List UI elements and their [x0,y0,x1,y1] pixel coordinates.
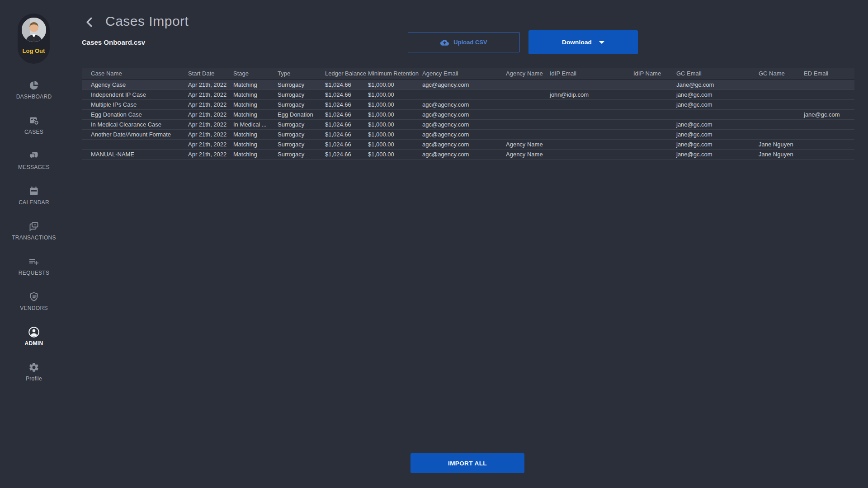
table-cell [504,80,547,89]
table-cell [756,99,802,109]
table-cell: jane@gc.com [674,139,756,149]
sidebar-item-transactions[interactable]: TRANSACTIONS [0,221,68,256]
table-cell [631,149,674,159]
table-header-row: Case NameStart DateStageTypeLedger Balan… [82,68,854,80]
download-label: Download [562,39,592,46]
user-pill[interactable]: Log Out [18,14,50,64]
table-cell: $1,000.00 [366,80,420,89]
column-header: Start Date [186,68,231,80]
table-cell [631,99,674,109]
table-cell: Apr 21th, 2022 [186,109,231,119]
table-cell: Matching [231,99,275,109]
table-cell [756,109,802,119]
column-header: GC Email [674,68,756,80]
table-cell: Surrogacy [275,89,323,99]
table-cell [802,149,854,159]
back-button[interactable] [83,15,96,29]
table-row[interactable]: Multiple IPs CaseApr 21th, 2022MatchingS… [82,99,854,109]
list-add-icon [28,256,39,267]
table-cell: Jane Nguyen [756,149,802,159]
table-cell [802,89,854,99]
sidebar: Log Out DASHBOARDCASESMESSAGESCALENDARTR… [0,0,68,488]
table-cell [631,139,674,149]
download-button[interactable]: Download [528,30,638,54]
table-cell [631,119,674,129]
table-row[interactable]: Egg Donation CaseApr 21th, 2022MatchingE… [82,109,854,119]
import-all-button[interactable]: IMPORT ALL [410,453,524,473]
table-cell: $1,024.66 [323,99,366,109]
table-row[interactable]: Apr 21th, 2022MatchingSurrogacy$1,024.66… [82,139,854,149]
table-cell [631,129,674,139]
sidebar-item-label: CALENDAR [19,199,49,206]
chat-bubbles-icon [28,150,39,162]
sidebar-item-label: DASHBOARD [16,94,52,100]
import-table: Case NameStart DateStageTypeLedger Balan… [82,68,854,160]
table-cell: In Medical ... [231,119,275,129]
table-cell [756,119,802,129]
caret-down-icon [599,41,604,44]
table-cell: agc@agency.com [420,139,504,149]
table-cell: $1,000.00 [366,89,420,99]
table-cell: Matching [231,89,275,99]
sidebar-item-messages[interactable]: MESSAGES [0,150,68,185]
table-cell: Another Date/Amount Formate [82,129,186,139]
table-cell: Apr 21th, 2022 [186,80,231,89]
column-header: Stage [231,68,275,80]
sidebar-item-requests[interactable]: REQUESTS [0,256,68,291]
sidebar-item-admin[interactable]: ADMIN [0,326,68,361]
table-cell: MANUAL-NAME [82,149,186,159]
sidebar-item-label: TRANSACTIONS [12,235,56,241]
table-cell [756,89,802,99]
table-cell [547,119,631,129]
table-row[interactable]: Another Date/Amount FormateApr 21th, 202… [82,129,854,139]
column-header: IdIP Email [547,68,631,80]
upload-csv-button[interactable]: Upload CSV [408,32,520,52]
table-cell: Surrogacy [275,139,323,149]
sidebar-nav: DASHBOARDCASESMESSAGESCALENDARTRANSACTIO… [0,80,68,397]
table-cell [504,99,547,109]
table-cell [547,149,631,159]
table-cell: $1,024.66 [323,129,366,139]
table-cell: agc@agency.com [420,99,504,109]
sidebar-item-vendors[interactable]: VENDORS [0,291,68,326]
sidebar-item-cases[interactable]: CASES [0,115,68,150]
table-cell: In Medical Clearance Case [82,119,186,129]
table-cell: Matching [231,129,275,139]
cloud-upload-icon [440,39,449,46]
table-cell: $1,000.00 [366,119,420,129]
table-cell [420,89,504,99]
table-cell: Matching [231,109,275,119]
table-row[interactable]: Agency CaseApr 21th, 2022MatchingSurroga… [82,80,854,89]
table-cell: Matching [231,139,275,149]
table-cell: john@idip.com [547,89,631,99]
table-cell: Matching [231,80,275,89]
sidebar-item-label: REQUESTS [19,270,49,276]
sidebar-item-dashboard[interactable]: DASHBOARD [0,80,68,115]
table-cell: Surrogacy [275,119,323,129]
sidebar-item-profile[interactable]: Profile [0,361,68,397]
table-row[interactable]: Independent IP CaseApr 21th, 2022Matchin… [82,89,854,99]
table-cell: agc@agency.com [420,149,504,159]
column-header: Agency Name [504,68,547,80]
cases-icon [28,115,39,127]
column-header: IdIP Name [631,68,674,80]
table-cell: Agency Case [82,80,186,89]
sidebar-item-label: VENDORS [20,305,47,311]
table-cell [504,89,547,99]
column-header: Agency Email [420,68,504,80]
table-row[interactable]: In Medical Clearance CaseApr 21th, 2022I… [82,119,854,129]
table-cell: Agency Name [504,149,547,159]
table-cell: $1,024.66 [323,119,366,129]
table-cell: $1,000.00 [366,139,420,149]
column-header: ED Email [802,68,854,80]
table-cell: Apr 21th, 2022 [186,129,231,139]
chevron-left-icon [83,23,96,30]
table-row[interactable]: MANUAL-NAMEApr 21th, 2022MatchingSurroga… [82,149,854,159]
table-cell: Apr 21th, 2022 [186,119,231,129]
logout-button[interactable]: Log Out [23,47,45,54]
sidebar-item-calendar[interactable]: CALENDAR [0,185,68,221]
table-cell [547,80,631,89]
column-header: Type [275,68,323,80]
column-header: Minimum Retention [366,68,420,80]
sidebar-item-label: ADMIN [25,340,43,347]
